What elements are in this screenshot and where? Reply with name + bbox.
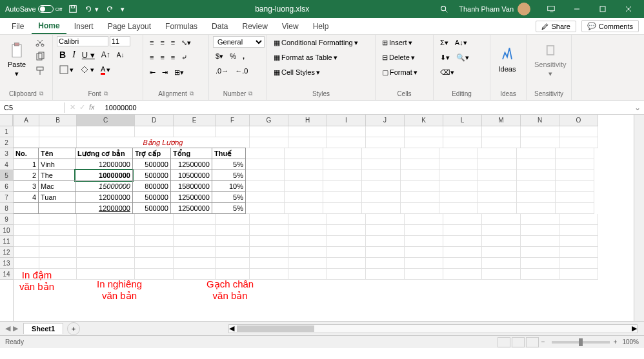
enter-formula-icon[interactable]: ✓ — [79, 103, 85, 112]
horizontal-scrollbar[interactable]: ◀▶ — [228, 324, 638, 333]
clear-icon[interactable]: ⌫▾ — [438, 66, 457, 79]
format-cells-button[interactable]: ▢ Format ▾ — [379, 66, 420, 79]
cut-icon[interactable] — [32, 36, 48, 49]
decrease-decimal-icon[interactable]: ←.0 — [232, 64, 250, 77]
font-launcher-icon[interactable]: ⧉ — [104, 90, 108, 97]
comma-icon[interactable]: , — [240, 50, 247, 63]
percent-icon[interactable]: % — [227, 50, 239, 63]
col-header[interactable]: K — [405, 115, 443, 126]
col-header[interactable]: M — [482, 115, 521, 126]
col-header[interactable]: E — [174, 115, 216, 126]
row-header[interactable]: 14 — [0, 269, 13, 280]
align-top-icon[interactable]: ≡ — [147, 36, 156, 49]
row-header[interactable]: 12 — [0, 247, 13, 258]
tab-insert[interactable]: Insert — [68, 19, 100, 34]
next-sheet-icon[interactable]: ▶ — [13, 324, 18, 333]
row-header[interactable]: 8 — [0, 203, 13, 214]
tab-help[interactable]: Help — [307, 19, 336, 34]
fill-icon[interactable]: ⬇▾ — [438, 51, 452, 64]
normal-view-icon[interactable] — [498, 337, 510, 347]
conditional-formatting-button[interactable]: ▦ Conditional Formatting ▾ — [271, 36, 361, 49]
cancel-formula-icon[interactable]: ✕ — [70, 103, 75, 112]
align-right-icon[interactable]: ≡ — [168, 51, 177, 64]
col-header[interactable]: I — [327, 115, 366, 126]
delete-cells-button[interactable]: ⊟ Delete ▾ — [379, 51, 418, 64]
col-header[interactable]: L — [443, 115, 482, 126]
insert-cells-button[interactable]: ⊞ Insert ▾ — [379, 36, 415, 49]
bold-button[interactable]: B — [57, 48, 68, 61]
format-as-table-button[interactable]: ▦ Format as Table ▾ — [271, 51, 340, 64]
col-header[interactable]: D — [135, 115, 174, 126]
qat-customize-icon[interactable]: ▾ — [118, 4, 127, 15]
expand-formula-bar-icon[interactable]: ⌄ — [631, 103, 644, 112]
row-header[interactable]: 11 — [0, 236, 13, 247]
tab-data[interactable]: Data — [205, 19, 234, 34]
prev-sheet-icon[interactable]: ◀ — [5, 324, 10, 333]
search-icon[interactable] — [437, 3, 451, 15]
redo-icon[interactable] — [103, 3, 117, 15]
row-header[interactable]: 7 — [0, 192, 13, 203]
sensitivity-button[interactable]: Sensitivity▾ — [530, 36, 570, 82]
row-header[interactable]: 3 — [0, 148, 13, 159]
ideas-button[interactable]: Ideas — [494, 36, 520, 82]
comments-button[interactable]: 💬 Comments — [581, 20, 639, 32]
cell-styles-button[interactable]: ▦ Cell Styles ▾ — [271, 66, 323, 79]
vertical-scrollbar[interactable] — [634, 115, 644, 321]
add-sheet-button[interactable]: + — [67, 322, 80, 335]
row-header[interactable]: 6 — [0, 181, 13, 192]
undo-icon[interactable]: ▾ — [81, 3, 101, 15]
col-header[interactable]: C — [77, 115, 135, 126]
col-header[interactable]: H — [288, 115, 327, 126]
cell-grid[interactable]: Bảng Lương No.TênLương cơ bảnTrợ cấpTổng… — [14, 126, 634, 280]
col-header[interactable]: N — [521, 115, 559, 126]
formula-input[interactable]: 10000000 — [100, 102, 631, 113]
align-center-icon[interactable]: ≡ — [157, 51, 166, 64]
decrease-indent-icon[interactable]: ⇤ — [147, 66, 158, 79]
align-left-icon[interactable]: ≡ — [147, 51, 156, 64]
number-launcher-icon[interactable]: ⧉ — [248, 90, 252, 97]
tab-page-layout[interactable]: Page Layout — [101, 19, 157, 34]
font-color-icon[interactable]: A▾ — [98, 63, 113, 76]
row-header[interactable]: 5 — [0, 170, 13, 181]
tab-view[interactable]: View — [276, 19, 305, 34]
tab-formulas[interactable]: Formulas — [159, 19, 204, 34]
copy-icon[interactable] — [32, 50, 48, 63]
number-format-select[interactable]: General — [213, 36, 265, 48]
table-title[interactable]: Bảng Lương — [77, 137, 250, 148]
borders-icon[interactable]: ▾ — [57, 63, 76, 76]
fill-color-icon[interactable]: ▾ — [77, 63, 97, 76]
row-header[interactable]: 9 — [0, 214, 13, 225]
ribbon-options-icon[interactable] — [538, 0, 564, 18]
row-header[interactable]: 10 — [0, 225, 13, 236]
col-header[interactable]: F — [216, 115, 250, 126]
format-painter-icon[interactable] — [32, 64, 48, 77]
clipboard-launcher-icon[interactable]: ⧉ — [39, 90, 43, 97]
font-size-select[interactable] — [110, 36, 130, 46]
minimize-button[interactable] — [564, 0, 590, 18]
row-header[interactable]: 4 — [0, 159, 13, 170]
alignment-launcher-icon[interactable]: ⧉ — [190, 90, 194, 97]
page-layout-view-icon[interactable] — [512, 337, 525, 347]
increase-font-icon[interactable]: A↑ — [99, 48, 113, 61]
paste-button[interactable]: Paste▾ — [4, 36, 30, 82]
font-name-select[interactable] — [57, 36, 108, 46]
tab-home[interactable]: Home — [32, 19, 66, 34]
sheet-tab[interactable]: Sheet1 — [23, 323, 63, 334]
col-header[interactable]: J — [366, 115, 405, 126]
increase-indent-icon[interactable]: ⇥ — [159, 66, 170, 79]
maximize-button[interactable] — [590, 0, 616, 18]
fx-icon[interactable]: fx — [89, 103, 95, 112]
share-button[interactable]: 🖉 Share — [536, 21, 576, 32]
wrap-text-icon[interactable]: ⤶ — [179, 51, 190, 64]
zoom-level[interactable]: 100% — [622, 338, 639, 345]
tab-file[interactable]: File — [5, 19, 30, 34]
select-all-corner[interactable] — [0, 115, 13, 126]
align-bottom-icon[interactable]: ≡ — [168, 36, 177, 49]
zoom-out-icon[interactable]: − — [541, 338, 545, 345]
name-box[interactable]: C5 — [0, 102, 65, 113]
zoom-in-icon[interactable]: + — [614, 338, 618, 345]
col-header[interactable]: B — [39, 115, 77, 126]
col-header[interactable]: A — [14, 115, 39, 126]
col-header[interactable]: O — [559, 115, 598, 126]
currency-icon[interactable]: $▾ — [213, 50, 226, 63]
